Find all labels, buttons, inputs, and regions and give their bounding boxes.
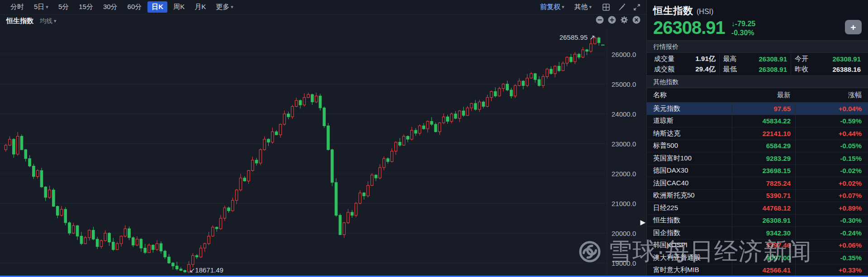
index-name-cell: 澳大利亚普通股 xyxy=(647,254,732,262)
section-quote-title: 行情报价 xyxy=(647,40,868,53)
index-name-cell: 国企指数 xyxy=(647,229,732,237)
zoom-in-icon[interactable] xyxy=(607,15,617,26)
y-axis-tick: 22000.0 xyxy=(612,170,636,178)
quote-label: 最低 xyxy=(723,65,737,74)
close-icon[interactable] xyxy=(632,15,641,26)
index-last-cell: 7825.24 xyxy=(732,177,795,189)
current-price: 26308.91 xyxy=(653,19,725,37)
adjust-mode-dropdown[interactable]: 前复权▾ xyxy=(536,1,569,13)
index-name-cell: 韩国KOSPI xyxy=(647,241,732,249)
table-row-欧洲斯托克50[interactable]: 欧洲斯托克505390.71+0.07% xyxy=(647,190,868,202)
quote-label: 今开 xyxy=(795,55,808,63)
table-row-恒生指数[interactable]: 恒生指数26308.91-0.30% xyxy=(647,215,868,227)
col-pct: 涨幅 xyxy=(795,88,868,102)
arrow-down-icon: ↓ xyxy=(731,20,735,28)
zoom-out-icon[interactable] xyxy=(595,15,604,26)
period-tab-分时[interactable]: 分时 xyxy=(6,1,28,13)
table-row-国企指数[interactable]: 国企指数9342.30-0.24% xyxy=(647,227,868,239)
chevron-down-icon: ▾ xyxy=(562,5,564,9)
ma-dropdown[interactable]: 均线▾ xyxy=(40,17,57,25)
period-tab-5分[interactable]: 5分 xyxy=(54,1,73,13)
index-last-cell: 6584.29 xyxy=(732,140,795,152)
panel-collapse-icon[interactable]: ▶ xyxy=(640,218,645,226)
quote-value: 26308.91 xyxy=(759,55,787,63)
period-tab-日K[interactable]: 日K xyxy=(147,1,167,13)
kline-widget: 分时5日▾5分15分30分60分日K周K月K更多▾ 前复权▾ 其他▾ 恒生指数 … xyxy=(0,0,647,277)
index-pct-cell: +0.89% xyxy=(795,202,868,214)
low-price-annotation: ↙18671.49 xyxy=(190,266,223,274)
settings-gear-icon[interactable] xyxy=(620,15,629,26)
add-to-watchlist-button[interactable]: + xyxy=(845,20,862,34)
table-row-韩国KOSPI[interactable]: 韩国KOSPI3397.46+0.06% xyxy=(647,239,868,252)
index-last-cell: 9097.00 xyxy=(732,252,795,264)
draw-pencil-icon[interactable] xyxy=(617,2,626,12)
layout-grid-icon[interactable] xyxy=(601,2,611,12)
y-axis-tick: 19000.0 xyxy=(612,259,636,267)
index-symbol: (HSI) xyxy=(697,8,713,16)
quote-value: 26388.16 xyxy=(832,66,861,73)
table-row-英国富时100[interactable]: 英国富时1009283.29-0.15% xyxy=(647,152,868,165)
quote-item: 最低26308.91 xyxy=(723,64,787,75)
period-tab-15分[interactable]: 15分 xyxy=(75,1,97,13)
period-tab-5日[interactable]: 5日▾ xyxy=(30,1,52,13)
index-last-cell: 9342.30 xyxy=(732,227,795,239)
quote-label: 成交额 xyxy=(654,65,674,74)
y-axis-tick: 24000.0 xyxy=(612,110,636,118)
table-row-德国DAX30[interactable]: 德国DAX3023698.15-0.02% xyxy=(647,165,868,178)
index-pct-cell: +0.33% xyxy=(795,264,868,277)
index-pct-cell: -0.02% xyxy=(795,165,868,177)
index-last-cell: 42566.41 xyxy=(732,264,795,277)
price-change: ↓-79.25 -0.30% xyxy=(731,19,755,38)
index-pct-cell: -0.30% xyxy=(795,215,868,227)
index-pct-cell: -0.24% xyxy=(795,227,868,239)
table-header-row: 名称最新涨幅 xyxy=(647,88,868,103)
index-last-cell: 45834.22 xyxy=(732,115,795,127)
chart-symbol-title: 恒生指数 xyxy=(6,17,33,25)
table-row-富时意大利MIB[interactable]: 富时意大利MIB42566.41+0.33% xyxy=(647,264,868,277)
index-name-cell: 纳斯达克 xyxy=(647,129,732,138)
col-last: 最新 xyxy=(732,88,795,102)
quote-panel: 恒生指数 (HSI) 26308.91 ↓-79.25 -0.30% + 行情报… xyxy=(647,0,868,277)
index-name-cell: 标普500 xyxy=(647,141,732,150)
index-pct-cell: -0.35% xyxy=(795,252,868,264)
index-pct-cell: -0.15% xyxy=(795,152,868,164)
period-tab-月K[interactable]: 月K xyxy=(190,1,210,13)
period-tab-60分[interactable]: 60分 xyxy=(123,1,146,13)
period-tab-更多[interactable]: 更多▾ xyxy=(212,1,237,13)
quote-item: 昨收26388.16 xyxy=(795,64,861,75)
quote-label: 昨收 xyxy=(795,65,808,74)
index-last-cell: 9283.29 xyxy=(732,152,795,164)
index-last-cell: 5390.71 xyxy=(732,190,795,202)
quote-grid: 成交量1.91亿成交额29.4亿最高26308.91最低26308.91今开26… xyxy=(647,53,868,75)
table-row-法国CAC40[interactable]: 法国CAC407825.24+0.02% xyxy=(647,177,868,190)
quote-item: 成交额29.4亿 xyxy=(654,64,716,75)
index-pct-cell: +0.07% xyxy=(795,190,868,202)
table-row-道琼斯[interactable]: 道琼斯45834.22-0.59% xyxy=(647,115,868,128)
index-last-cell: 23698.15 xyxy=(732,165,795,177)
period-tab-周K[interactable]: 周K xyxy=(169,1,189,13)
section-indices-title: 其他指数 xyxy=(647,75,868,88)
table-row-纳斯达克[interactable]: 纳斯达克22141.10+0.44% xyxy=(647,127,868,140)
table-row-日经225[interactable]: 日经22544768.12+0.89% xyxy=(647,202,868,215)
index-pct-cell: -0.05% xyxy=(795,140,868,152)
table-row-澳大利亚普通股[interactable]: 澳大利亚普通股9097.00-0.35% xyxy=(647,252,868,264)
index-pct-cell: +0.44% xyxy=(795,127,868,140)
quote-column: 最高26308.91最低26308.91 xyxy=(719,54,791,75)
kline-chart[interactable]: 26000.025000.024000.023000.022000.021000… xyxy=(0,27,647,277)
index-name-cell: 恒生指数 xyxy=(647,216,732,225)
other-dropdown[interactable]: 其他▾ xyxy=(570,1,596,13)
index-name-cell: 英国富时100 xyxy=(647,154,732,163)
table-row-美元指数[interactable]: 美元指数97.65+0.04% xyxy=(647,103,868,115)
quote-value: 26308.91 xyxy=(759,66,787,73)
y-axis-tick: 25000.0 xyxy=(612,80,636,88)
period-tab-30分[interactable]: 30分 xyxy=(99,1,122,13)
quote-column: 成交量1.91亿成交额29.4亿 xyxy=(650,54,719,75)
table-row-标普500[interactable]: 标普5006584.29-0.05% xyxy=(647,140,868,153)
indices-table: 名称最新涨幅美元指数97.65+0.04%道琼斯45834.22-0.59%纳斯… xyxy=(647,88,868,277)
index-name-cell: 日经225 xyxy=(647,204,732,212)
chart-subbar: 恒生指数 均线▾ xyxy=(0,14,646,27)
quote-header: 恒生指数 (HSI) 26308.91 ↓-79.25 -0.30% + xyxy=(647,0,868,40)
index-last-cell: 97.65 xyxy=(732,103,795,115)
fullscreen-expand-icon[interactable] xyxy=(632,2,642,12)
index-name-cell: 欧洲斯托克50 xyxy=(647,191,732,200)
